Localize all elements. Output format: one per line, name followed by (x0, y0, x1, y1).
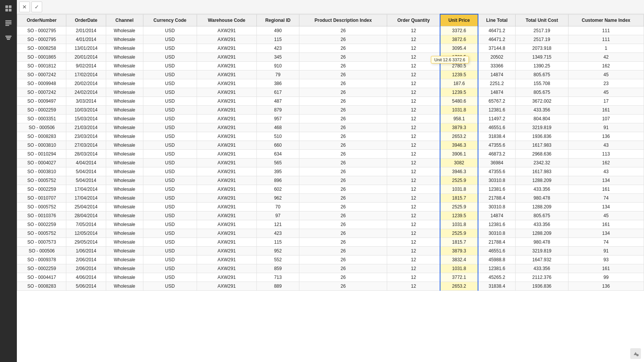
table-cell: SO - 0008283 (17, 132, 66, 141)
table-cell: USD (143, 132, 197, 141)
table-row[interactable]: SO - 001029428/03/2014WholesaleUSDAXW291… (17, 150, 644, 159)
table-cell: Wholesale (106, 70, 143, 79)
table-cell: 12 (387, 97, 440, 106)
table-cell: SO - 0002259 (17, 106, 66, 115)
table-row[interactable]: SO - 000381027/03/2014WholesaleUSDAXW291… (17, 141, 644, 150)
sidebar-icon-table[interactable] (2, 16, 15, 30)
table-row[interactable]: SO - 000724224/02/2014WholesaleUSDAXW291… (17, 88, 644, 97)
table-row[interactable]: SO - 000225910/03/2014WholesaleUSDAXW291… (17, 106, 644, 115)
col-header-orderdate[interactable]: OrderDate (66, 14, 106, 26)
close-button[interactable]: ✕ (19, 2, 30, 12)
col-header-currencycode[interactable]: Currency Code (143, 14, 197, 26)
table-row[interactable]: SO - 000575225/04/2014WholesaleUSDAXW291… (17, 203, 644, 211)
table-row[interactable]: SO - 00082835/06/2014WholesaleUSDAXW2918… (17, 282, 644, 291)
table-row[interactable]: SO - 00018129/02/2014WholesaleUSDAXW2919… (17, 62, 644, 70)
table-row[interactable]: SO - 000335115/03/2014WholesaleUSDAXW291… (17, 115, 644, 123)
table-cell: 12 (387, 264, 440, 273)
table-cell: 12 (387, 229, 440, 238)
table-cell: Wholesale (106, 229, 143, 238)
table-cell: 12 (387, 123, 440, 132)
table-row[interactable]: SO - 00022597/05/2014WholesaleUSDAXW2911… (17, 220, 644, 229)
table-row[interactable]: SO - 000575212/05/2014WholesaleUSDAXW291… (17, 229, 644, 238)
table-cell: SO - 0007242 (17, 88, 66, 97)
table-cell: Wholesale (106, 203, 143, 211)
table-row[interactable]: SO - 00022592/06/2014WholesaleUSDAXW2918… (17, 264, 644, 273)
col-header-channel[interactable]: Channel (106, 14, 143, 26)
table-cell: Wholesale (106, 264, 143, 273)
table-cell: 1617.983 (516, 141, 568, 150)
col-header-warehousecode[interactable]: Warehouse Code (197, 14, 256, 26)
table-row[interactable]: SO - 000724217/02/2014WholesaleUSDAXW291… (17, 70, 644, 79)
table-row[interactable]: SO - 00040274/04/2014WholesaleUSDAXW2915… (17, 159, 644, 167)
table-cell: Wholesale (106, 150, 143, 159)
sidebar-icon-layers[interactable] (2, 31, 15, 44)
table-cell: 33366 (478, 62, 516, 70)
table-cell: Wholesale (106, 176, 143, 185)
col-header-totalunitcost[interactable]: Total Unit Cost (516, 14, 568, 26)
table-container[interactable]: OrderNumber OrderDate Channel Currency C… (17, 14, 644, 362)
table-cell: Wholesale (106, 167, 143, 176)
table-cell: USD (143, 53, 197, 62)
table-row[interactable]: SO - 001037628/04/2014WholesaleUSDAXW291… (17, 211, 644, 220)
table-cell: 2525.9 (440, 203, 478, 211)
table-cell: SO - 0007242 (17, 70, 66, 79)
confirm-button[interactable]: ✓ (31, 2, 42, 12)
table-cell: USD (143, 211, 197, 220)
table-row[interactable]: SO - 00027954/01/2014WholesaleUSDAXW2911… (17, 35, 644, 44)
table-cell: Wholesale (106, 273, 143, 282)
table-cell: 423 (256, 229, 299, 238)
table-cell: 17/04/2014 (66, 185, 106, 194)
table-cell: AXW291 (197, 273, 256, 282)
table-cell: 21788.4 (478, 238, 516, 247)
table-row[interactable]: SO - 0005061/06/2014WholesaleUSDAXW29195… (17, 247, 644, 256)
col-header-productdescindex[interactable]: Product Description Index (299, 14, 387, 26)
table-cell: 2/06/2014 (66, 256, 106, 264)
table-cell: SO - 0009378 (17, 256, 66, 264)
bottom-right-icon[interactable] (630, 348, 641, 359)
table-cell: 1239.5 (440, 88, 478, 97)
table-cell: 3672.002 (516, 97, 568, 106)
table-cell: 46471.2 (478, 26, 516, 35)
table-cell: USD (143, 185, 197, 194)
col-header-regionalid[interactable]: Regional ID (256, 14, 299, 26)
table-row[interactable]: SO - 00094973/03/2014WholesaleUSDAXW2914… (17, 97, 644, 106)
table-row[interactable]: SO - 000186520/01/2014WholesaleUSDAXW291… (17, 53, 644, 62)
table-cell: 24/02/2014 (66, 88, 106, 97)
table-row[interactable]: SO - 000225917/04/2014WholesaleUSDAXW291… (17, 185, 644, 194)
svg-rect-9 (6, 37, 11, 38)
table-cell: AXW291 (197, 141, 256, 150)
table-row[interactable]: SO - 00057525/04/2014WholesaleUSDAXW2918… (17, 176, 644, 185)
table-row[interactable]: SO - 00027952/01/2014WholesaleUSDAXW2914… (17, 26, 644, 35)
table-cell: 26 (299, 176, 387, 185)
table-cell: 12 (387, 185, 440, 194)
table-cell: 9/02/2014 (66, 62, 106, 70)
sidebar-icon-grid[interactable] (2, 2, 15, 15)
table-cell: 12 (387, 211, 440, 220)
svg-rect-2 (5, 9, 8, 11)
table-row[interactable]: SO - 00093782/06/2014WholesaleUSDAXW2915… (17, 256, 644, 264)
col-header-orderquantity[interactable]: Order Quantity (387, 14, 440, 26)
table-cell: AXW291 (197, 264, 256, 273)
table-cell: SO - 0005752 (17, 176, 66, 185)
table-cell: 26 (299, 44, 387, 53)
table-row[interactable]: SO - 00044174/06/2014WholesaleUSDAXW2917… (17, 273, 644, 282)
table-cell: 155.708 (516, 79, 568, 88)
table-cell: 5/04/2014 (66, 176, 106, 185)
table-row[interactable]: SO - 000828323/03/2014WholesaleUSDAXW291… (17, 132, 644, 141)
table-cell: 20502 (478, 53, 516, 62)
table-row[interactable]: SO - 000825813/01/2014WholesaleUSDAXW291… (17, 44, 644, 53)
table-cell: 3772.1 (440, 273, 478, 282)
table-row[interactable]: SO - 000757329/05/2014WholesaleUSDAXW291… (17, 238, 644, 247)
table-cell: Wholesale (106, 26, 143, 35)
table-cell: SO - 0004417 (17, 273, 66, 282)
table-cell: 5480.6 (440, 97, 478, 106)
table-row[interactable]: SO - 00038105/04/2014WholesaleUSDAXW2913… (17, 167, 644, 176)
col-header-linetotal[interactable]: Line Total (478, 14, 516, 26)
col-header-unitprice[interactable]: Unit Price (440, 14, 478, 26)
table-cell: 28/04/2014 (66, 211, 106, 220)
table-row[interactable]: SO - 000994820/02/2014WholesaleUSDAXW291… (17, 79, 644, 88)
table-row[interactable]: SO - 00050621/03/2014WholesaleUSDAXW2914… (17, 123, 644, 132)
col-header-ordernumber[interactable]: OrderNumber (17, 14, 66, 26)
col-header-customernameindex[interactable]: Customer Name Index (568, 14, 644, 26)
table-row[interactable]: SO - 001070717/04/2014WholesaleUSDAXW291… (17, 194, 644, 203)
